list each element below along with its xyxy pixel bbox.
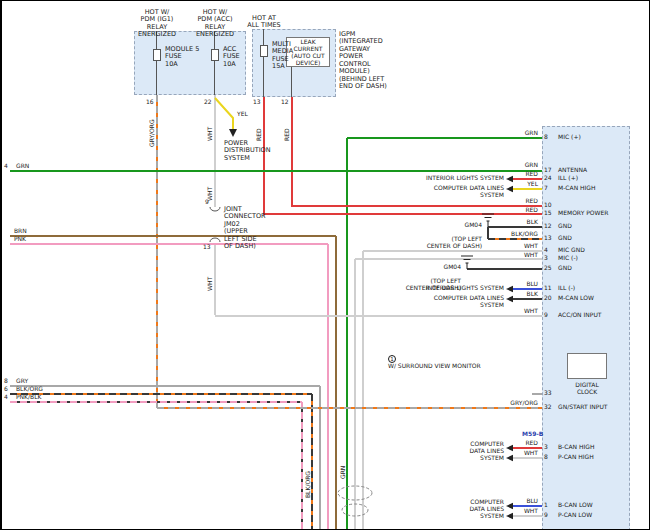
wire-label-yel: YEL (237, 111, 248, 118)
hu-wire-color: GRN (506, 130, 538, 137)
diagram-symbols (2, 1, 650, 530)
hu-pin-label: MIC (+) (558, 134, 581, 141)
left-pin-pnkblk: 4 (4, 394, 8, 401)
fuse-pin-16: 16 (146, 99, 154, 106)
fuse-pin-12: 12 (281, 99, 289, 106)
hu-wire-color: WHT (506, 450, 538, 457)
hu-pin-label: B-CAN LOW (558, 502, 593, 509)
inline-connector-oval-2 (342, 504, 368, 516)
left-color-blkorg: BLK/ORG (16, 386, 43, 393)
wire-label-gryorg-v: GRY/ORG (148, 119, 155, 147)
left-pin-gry: 8 (4, 378, 8, 385)
ground-location: (TOP LEFT CENTER OF DASH) (427, 235, 482, 249)
hu-wire-color: WHT (506, 308, 538, 315)
hu-pin-label: GND (558, 223, 572, 230)
wiring-diagram-page: HOT W/ PDM (IG1) RELAY ENERGIZED HOT W/ … (0, 0, 650, 530)
hu-pin-num: 11 (544, 285, 552, 292)
left-color-gry: GRY (16, 378, 28, 385)
hu-wire-color: RED (506, 198, 538, 205)
hu-wire-color: RED (506, 207, 538, 214)
hu-wire-color: BLK/ORG (506, 231, 538, 238)
ground-name: GM04 (465, 221, 482, 228)
ground-gm04-ref-1: GM04 (TOP LEFT CENTER OF DASH) (420, 215, 482, 249)
hu-pin-num: 32 (544, 404, 552, 411)
hu-wire-color: RED (506, 440, 538, 447)
hu-pin-num: 12 (544, 223, 552, 230)
hu-pin-label: GN/START INPUT (558, 404, 608, 411)
hu-pin-label: ILL (-) (558, 285, 575, 292)
hot-label-allt: HOT AT ALL TIMES (242, 15, 286, 30)
hu-pin-label: P-CAN LOW (558, 512, 592, 519)
wire-label-wht-v3: WHT (206, 277, 213, 291)
hu-pin-label: ACC/ON INPUT (558, 312, 601, 319)
wire-yel-branch (215, 98, 233, 129)
system-ref-computer-data-2: COMPUTER DATA LINES SYSTEM (408, 295, 504, 309)
ground-symbol-gm04-1 (482, 214, 494, 227)
wire-label-grn-v: GRN (339, 466, 346, 479)
hu-pin-label: GND (558, 235, 572, 242)
hu-wire-color: BLU (506, 281, 538, 288)
wire-label-wht-v1: WHT (206, 127, 213, 141)
hu-wire-color: BLU (506, 498, 538, 505)
hu-wire-color: RED (506, 171, 538, 178)
hu-pin-label: P-CAN HIGH (558, 454, 594, 461)
left-color-brn: BRN (14, 228, 27, 235)
hu-pin-num: 33 (544, 390, 552, 397)
wire-label-red-v2: RED (283, 128, 290, 141)
fuse-pin-22: 22 (204, 99, 212, 106)
hu-pin-label: ANTENNA (558, 167, 587, 174)
fuse-pin-13: 13 (253, 99, 261, 106)
hu-wire-color: GRY/ORG (506, 400, 538, 407)
hu-wire-color: WHT (506, 508, 538, 515)
system-ref-computer-data-4: COMPUTER DATA LINES SYSTEM (448, 499, 504, 520)
hu-wire-color: BLK (506, 291, 538, 298)
hu-pin-label: MIC (-) (558, 255, 578, 262)
hu-pin-num: 7 (544, 185, 548, 192)
connector-m59b: M59-B (522, 431, 543, 438)
system-ref-interior-lights-2: INTERIOR LIGHTS SYSTEM (422, 285, 504, 292)
wire-label-blkorg-v: BLK/ORG (304, 471, 311, 498)
hu-pin-num: 25 (544, 265, 552, 272)
hu-pin-num: 3 (544, 444, 548, 451)
left-color-grn: GRN (16, 163, 29, 170)
power-distribution-system-ref: POWER DISTRIBUTION SYSTEM (224, 140, 271, 162)
left-pin-blkorg: 6 (4, 386, 8, 393)
hu-wire-color: YEL (506, 181, 538, 188)
hu-pin-num: 9 (544, 512, 548, 519)
hu-pin-num: 4 (544, 247, 548, 254)
hu-pin-label: GND (558, 265, 572, 272)
hu-pin-num: 17 (544, 167, 552, 174)
ground-name: GM04 (444, 263, 461, 270)
hu-pin-num: 8 (544, 134, 548, 141)
hu-pin-label: ILL (+) (558, 175, 578, 182)
hu-pin-num: 3 (544, 255, 548, 262)
hu-pin-num: 9 (544, 312, 548, 319)
ground-symbol-gm04-2 (461, 256, 473, 269)
hu-pin-label: M-CAN LOW (558, 295, 594, 302)
note-text: W/ SURROUND VIEW MONITOR (388, 362, 481, 369)
jm02-connector-arc-bottom (210, 238, 220, 242)
system-ref-computer-data-3: COMPUTER DATA LINES SYSTEM (448, 441, 504, 462)
hot-label-ig1: HOT W/ PDM (IG1) RELAY ENERGIZED (127, 9, 187, 39)
hu-wire-color: BLK (506, 219, 538, 226)
igpm-module-label: IGPM (INTEGRATED GATEWAY POWER CONTROL M… (339, 31, 387, 91)
hu-pin-num: 13 (544, 235, 552, 242)
jm02-pin-top: 9 (205, 199, 209, 206)
jm02-pin-bottom: 13 (203, 244, 211, 251)
hot-label-acc: HOT W/ PDM (ACC) RELAY ENERGIZED (185, 9, 245, 39)
hu-pin-num: 20 (544, 295, 552, 302)
hu-pin-num: 8 (544, 454, 548, 461)
left-color-pnk: PNK (14, 236, 26, 243)
hu-pin-label: MIC GND (558, 247, 585, 254)
hu-wire-color: GRN (506, 162, 538, 169)
jm02-label: JOINT CONNECTOR JM02 (UPPER LEFT SIDE OF… (224, 206, 266, 251)
inline-connector-oval-1 (338, 486, 372, 500)
jm02-connector-arc-top (210, 207, 220, 211)
hu-wire-color: WHT (506, 252, 538, 259)
hu-wire-color: WHT (506, 243, 538, 250)
digital-clock-label: DIGITAL CLOCK (561, 382, 613, 396)
hu-pin-num: 1 (544, 502, 548, 509)
hu-pin-num: 15 (544, 210, 552, 217)
hu-pin-num: 24 (544, 175, 552, 182)
hu-pin-label: MEMORY POWER (558, 210, 608, 217)
